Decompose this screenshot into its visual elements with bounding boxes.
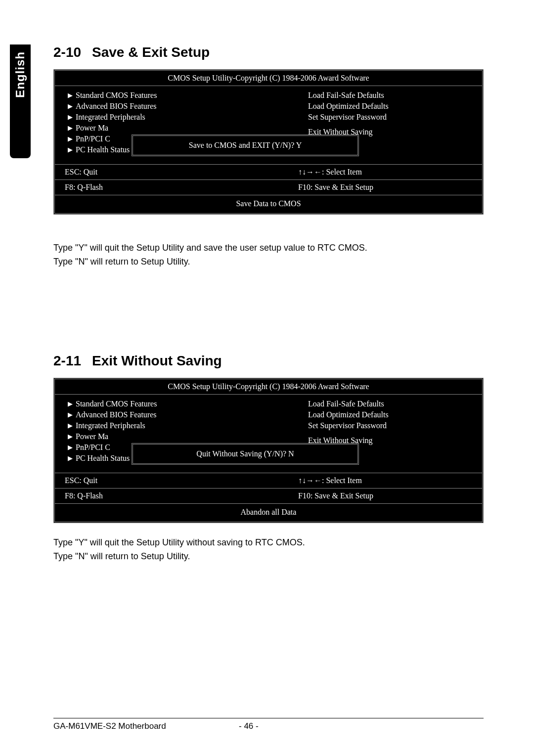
menu-item[interactable]: Load Optimized Defaults (278, 409, 472, 420)
body-line: Type "N" will return to Setup Utility. (53, 255, 484, 269)
quit-without-saving-dialog[interactable]: Quit Without Saving (Y/N)? N (132, 443, 359, 465)
footer-product: GA-M61VME-S2 Motherboard (53, 721, 239, 731)
menu-item[interactable]: ▶Power Ma (65, 431, 259, 442)
bios-foot-row1: ESC: Quit ↑↓→←: Select Item (55, 165, 482, 180)
hint-f8: F8: Q-Flash (65, 491, 268, 500)
language-tab: English (10, 44, 31, 158)
section-heading-exit-without-saving: 2-11Exit Without Saving (53, 353, 484, 369)
hint-f10: F10: Save & Exit Setup (268, 491, 472, 500)
section-body: Type "Y" will quit the Setup Utility and… (53, 241, 484, 269)
hint-f10: F10: Save & Exit Setup (268, 183, 472, 192)
bios-foot-row1: ESC: Quit ↑↓→←: Select Item (55, 473, 482, 489)
triangle-right-icon: ▶ (65, 102, 76, 110)
bios-status-bar: Abandon all Data (55, 504, 482, 522)
menu-item[interactable]: ▶Integrated Peripherals (65, 420, 259, 431)
menu-item[interactable]: ▶Advanced BIOS Features (65, 101, 259, 112)
section-body: Type "Y" will quit the Setup Utility wit… (53, 536, 484, 564)
triangle-right-icon: ▶ (65, 124, 76, 132)
body-line: Type "N" will return to Setup Utility. (53, 550, 484, 564)
save-exit-dialog[interactable]: Save to CMOS and EXIT (Y/N)? Y (132, 134, 359, 156)
section-title-text: Save & Exit Setup (92, 44, 210, 60)
section-number: 2-10 (53, 44, 81, 60)
menu-item[interactable]: Load Fail-Safe Defaults (278, 399, 472, 409)
body-line: Type "Y" will quit the Setup Utility wit… (53, 536, 484, 550)
triangle-right-icon: ▶ (65, 454, 76, 462)
menu-item[interactable]: ▶Standard CMOS Features (65, 90, 259, 101)
dialog-text: Save to CMOS and EXIT (Y/N)? Y (189, 141, 302, 149)
bios-title: CMOS Setup Utility-Copyright (C) 1984-20… (55, 71, 482, 86)
bios-foot-row2: F8: Q-Flash F10: Save & Exit Setup (55, 489, 482, 504)
triangle-right-icon: ▶ (65, 91, 76, 99)
page-footer: GA-M61VME-S2 Motherboard - 46 - (53, 718, 484, 731)
menu-item[interactable]: Set Supervisor Password (278, 112, 472, 123)
footer-page-number: - 46 - (239, 721, 298, 731)
triangle-right-icon: ▶ (65, 444, 76, 451)
menu-item[interactable]: Load Optimized Defaults (278, 101, 472, 112)
bios-main-area: ▶Standard CMOS Features ▶Advanced BIOS F… (55, 394, 482, 473)
section-number: 2-11 (53, 353, 81, 368)
menu-item[interactable]: Set Supervisor Password (278, 420, 472, 431)
menu-item[interactable]: ▶Integrated Peripherals (65, 112, 259, 123)
menu-item[interactable]: ▶Advanced BIOS Features (65, 409, 259, 420)
bios-foot-row2: F8: Q-Flash F10: Save & Exit Setup (55, 180, 482, 195)
triangle-right-icon: ▶ (65, 400, 76, 408)
page-content: 2-10Save & Exit Setup CMOS Setup Utility… (53, 44, 484, 564)
menu-item[interactable]: ▶Power Ma (65, 123, 259, 133)
section-heading-save-exit: 2-10Save & Exit Setup (53, 44, 484, 60)
triangle-right-icon: ▶ (65, 433, 76, 441)
triangle-right-icon: ▶ (65, 146, 76, 154)
bios-screen-save-exit: CMOS Setup Utility-Copyright (C) 1984-20… (53, 69, 484, 215)
menu-item[interactable]: ▶Standard CMOS Features (65, 399, 259, 409)
language-label: English (13, 51, 27, 98)
hint-f8: F8: Q-Flash (65, 183, 268, 192)
triangle-right-icon: ▶ (65, 113, 76, 121)
hint-arrows: ↑↓→←: Select Item (268, 168, 472, 177)
menu-item[interactable]: Load Fail-Safe Defaults (278, 90, 472, 101)
triangle-right-icon: ▶ (65, 411, 76, 419)
body-line: Type "Y" will quit the Setup Utility and… (53, 241, 484, 255)
triangle-right-icon: ▶ (65, 135, 76, 143)
hint-esc: ESC: Quit (65, 168, 268, 177)
bios-title: CMOS Setup Utility-Copyright (C) 1984-20… (55, 379, 482, 394)
bios-status-bar: Save Data to CMOS (55, 195, 482, 213)
bios-main-area: ▶Standard CMOS Features ▶Advanced BIOS F… (55, 86, 482, 165)
triangle-right-icon: ▶ (65, 422, 76, 430)
section-title-text: Exit Without Saving (92, 353, 222, 368)
bios-screen-exit-without-saving: CMOS Setup Utility-Copyright (C) 1984-20… (53, 378, 484, 523)
dialog-text: Quit Without Saving (Y/N)? N (196, 449, 294, 458)
hint-arrows: ↑↓→←: Select Item (268, 476, 472, 485)
hint-esc: ESC: Quit (65, 476, 268, 485)
